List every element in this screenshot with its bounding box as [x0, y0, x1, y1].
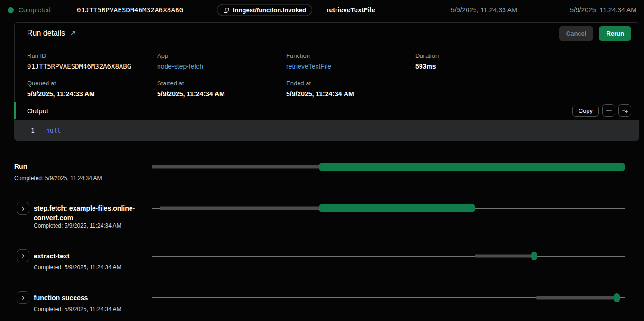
timeline-row-step-fetch-label: step.fetch: example-files.online-convert… — [34, 203, 136, 222]
timeline-row-run-label: Run — [14, 162, 27, 171]
expand-function-success-button[interactable] — [17, 291, 29, 304]
field-label: Queued at — [27, 80, 157, 87]
timeline-row-run-bars[interactable] — [152, 163, 625, 171]
output-accent-bar — [14, 102, 16, 119]
field-value: 5/9/2025, 11:24:34 AM — [286, 90, 415, 98]
function-link[interactable]: retrieveTextFile — [286, 63, 415, 70]
field-value: 593ms — [415, 63, 631, 70]
run-details-header: Run details ↗ Cancel Rerun — [15, 23, 639, 44]
timeline-row-function-success-bars[interactable] — [152, 293, 625, 302]
started-timestamp: 5/9/2025, 11:24:34 AM — [570, 6, 636, 14]
field-value: 5/9/2025, 11:24:34 AM — [157, 90, 286, 98]
expand-extract-text-button[interactable] — [17, 249, 29, 262]
field-label: Duration — [415, 52, 631, 59]
timeline-segment-active — [319, 204, 475, 212]
rerun-button[interactable]: Rerun — [599, 26, 631, 41]
field-label: Function — [286, 52, 415, 59]
timeline-segment-waiting — [152, 165, 319, 169]
cancel-button[interactable]: Cancel — [559, 26, 594, 41]
chevron-right-icon — [20, 206, 26, 211]
timeline-track — [152, 256, 625, 257]
timeline-row-step-fetch-completed: Completed: 5/9/2025, 11:24:34 AM — [34, 222, 121, 229]
function-name-text: retrieveTextFile — [327, 6, 375, 14]
field-started-at: Started at 5/9/2025, 11:24:34 AM — [157, 80, 286, 98]
field-label: Run ID — [27, 52, 157, 59]
output-header: Output Copy — [15, 102, 639, 119]
run-details-card: Run details ↗ Cancel Rerun Run ID 01JTT5… — [14, 22, 639, 141]
run-id-text: 01JTT5RPVAESDM46M32A6X8ABG — [77, 6, 183, 14]
copy-button[interactable]: Copy — [572, 105, 599, 117]
run-details-title: Run details — [27, 29, 65, 37]
timeline-row-step-fetch-bars[interactable] — [152, 204, 625, 212]
output-title: Output — [27, 107, 48, 115]
chevron-right-icon — [20, 295, 26, 301]
output-actions: Copy — [572, 104, 631, 117]
field-value: 01JTT5RPVAESDM46M32A6X8ABG — [27, 63, 157, 70]
timeline-row-extract-text-bars[interactable] — [152, 252, 625, 260]
timeline-row-run-completed: Completed: 5/9/2025, 11:24:34 AM — [14, 175, 102, 182]
field-value: 5/9/2025, 11:24:33 AM — [27, 90, 157, 98]
timeline-segment-waiting — [160, 207, 319, 210]
event-icon — [223, 7, 230, 13]
expand-lines-icon — [622, 107, 628, 114]
timeline-row-function-success-completed: Completed: 5/9/2025, 11:24:34 AM — [34, 306, 121, 312]
event-badge[interactable]: inngest/function.invoked — [217, 4, 312, 16]
expand-step-fetch-button[interactable] — [17, 202, 29, 215]
timeline-row-function-success-label: function success — [34, 293, 88, 303]
field-label: Started at — [157, 80, 286, 87]
run-status-bar: Completed 01JTT5RPVAESDM46M32A6X8ABG inn… — [0, 0, 644, 20]
field-function: Function retrieveTextFile — [286, 52, 415, 70]
run-actions: Cancel Rerun — [559, 26, 631, 41]
expand-output-button[interactable] — [618, 104, 631, 117]
field-duration: Duration 593ms — [415, 52, 631, 70]
queued-timestamp: 5/9/2025, 11:24:33 AM — [451, 6, 517, 14]
external-link-icon[interactable]: ↗ — [70, 29, 76, 37]
output-code-block[interactable]: 1 null — [15, 120, 639, 141]
event-badge-label: inngest/function.invoked — [233, 7, 306, 14]
timeline-row-extract-text-completed: Completed: 5/9/2025, 11:24:34 AM — [34, 264, 121, 271]
app-link[interactable]: node-step-fetch — [157, 63, 286, 70]
run-details-grid: Run ID 01JTT5RPVAESDM46M32A6X8ABG App no… — [27, 52, 631, 98]
field-label: Ended at — [286, 80, 415, 87]
timeline-segment-active — [319, 163, 625, 171]
field-label: App — [157, 52, 286, 59]
wrap-text-button[interactable] — [602, 104, 615, 117]
line-number: 1 — [31, 127, 40, 134]
field-app: App node-step-fetch — [157, 52, 286, 70]
timeline-segment-dot — [614, 293, 620, 302]
status-dot-icon — [8, 7, 14, 13]
wrap-text-icon — [606, 107, 612, 114]
field-run-id: Run ID 01JTT5RPVAESDM46M32A6X8ABG — [27, 52, 157, 70]
timeline-row-extract-text-label: extract-text — [34, 251, 69, 261]
timeline-segment-waiting — [475, 255, 532, 258]
status-label: Completed — [19, 6, 51, 14]
field-ended-at: Ended at 5/9/2025, 11:24:34 AM — [286, 80, 415, 98]
timeline-segment-dot — [531, 252, 537, 260]
timeline-segment-waiting — [536, 296, 615, 300]
output-code-text: null — [46, 127, 61, 134]
chevron-right-icon — [20, 253, 26, 259]
field-queued-at: Queued at 5/9/2025, 11:24:33 AM — [27, 80, 157, 98]
run-status: Completed — [8, 6, 51, 14]
